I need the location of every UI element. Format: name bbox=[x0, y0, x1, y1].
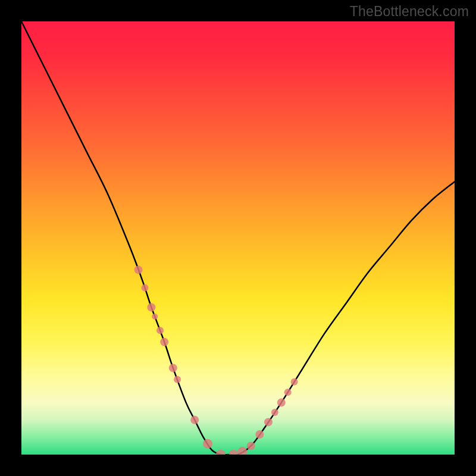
curve-marker bbox=[174, 376, 181, 383]
curve-marker bbox=[255, 430, 264, 439]
curve-marker bbox=[237, 447, 247, 455]
curve-marker bbox=[229, 450, 239, 455]
curve-marker bbox=[147, 303, 155, 312]
curve-marker bbox=[142, 284, 149, 292]
curve-marker bbox=[169, 364, 177, 372]
curve-marker bbox=[284, 389, 292, 396]
curve-marker bbox=[134, 265, 143, 274]
curve-marker bbox=[264, 418, 273, 426]
curve-marker bbox=[291, 378, 298, 386]
curve-marker bbox=[247, 441, 255, 450]
curve-marker bbox=[160, 338, 168, 346]
watermark-text: TheBottleneck.com bbox=[350, 4, 469, 20]
curve-marker bbox=[277, 399, 286, 407]
chart-frame: TheBottleneck.com bbox=[0, 0, 476, 476]
plot-area bbox=[21, 21, 455, 455]
curve-layer bbox=[21, 21, 455, 455]
curve-marker bbox=[203, 439, 212, 449]
bottleneck-curve bbox=[21, 21, 455, 455]
curve-marker bbox=[216, 450, 226, 455]
curve-marker bbox=[271, 409, 278, 416]
curve-marker bbox=[190, 416, 199, 424]
curve-marker bbox=[152, 314, 158, 320]
curve-marker bbox=[156, 327, 164, 334]
marker-group bbox=[134, 265, 298, 455]
